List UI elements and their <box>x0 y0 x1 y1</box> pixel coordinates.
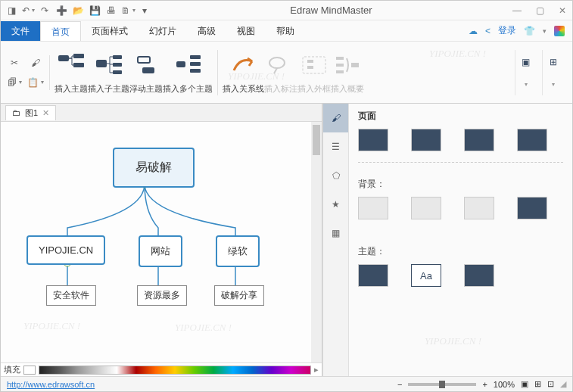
new-button[interactable]: ➕ <box>55 5 67 17</box>
copy-button[interactable]: 🗐 <box>7 75 22 90</box>
insert-multi-button[interactable]: 插入多个主题 <box>163 50 213 95</box>
floating-topic-label: 浮动主题 <box>129 83 163 95</box>
floating-topic-button[interactable]: 浮动主题 <box>129 50 163 95</box>
close-button[interactable]: ✕ <box>557 5 568 16</box>
panel-body: 页面 背景： 主题： Aa YIPOJIE.CN ! <box>349 104 572 376</box>
cut-button[interactable]: ✂ <box>7 55 22 70</box>
status-url[interactable]: http://www.edrawsoft.cn <box>7 380 95 389</box>
ribbon-tool-1[interactable]: ▣ <box>522 57 530 67</box>
cloud-icon[interactable]: ☁ <box>469 26 478 36</box>
redo-button[interactable]: ↷ <box>39 5 51 17</box>
canvas[interactable]: - - - - 易破解 YIPOJIE.CN 网站 绿软 安全软件 资源最多 破… <box>1 122 322 362</box>
scrollbar-vertical[interactable]: ▴ <box>311 122 322 362</box>
share-icon[interactable]: < <box>485 26 490 36</box>
theme-opt-2[interactable]: Aa <box>411 264 441 287</box>
svg-rect-20 <box>351 63 359 67</box>
mindmap-child-1[interactable]: YIPOJIE.CN <box>26 235 105 265</box>
document-tab-icon: 🗀 <box>12 108 20 117</box>
mindmap-leaf-3[interactable]: 破解分享 <box>214 285 264 306</box>
palette-more[interactable]: ▸ <box>314 365 319 375</box>
print-button[interactable]: 🖶 <box>105 5 117 17</box>
ribbon-end-tools: ▣▾ ⊞▾ <box>515 50 566 95</box>
file-menu[interactable]: 文件 <box>1 21 40 41</box>
bg-opt-4[interactable] <box>517 197 547 219</box>
svg-rect-4 <box>113 55 122 59</box>
document-tab-label: 图1 <box>25 107 38 119</box>
resize-grip-icon[interactable]: ◢ <box>560 379 566 389</box>
tab-page-style[interactable]: 页面样式 <box>81 21 139 41</box>
login-link[interactable]: 登录 <box>498 24 516 37</box>
insert-relation-button[interactable]: 插入关系线 <box>223 50 264 95</box>
mindmap-leaf-1[interactable]: 安全软件 <box>46 285 96 306</box>
svg-rect-16 <box>307 66 313 69</box>
mindmap-child-3[interactable]: 绿软 <box>216 235 260 267</box>
side-tool-shape[interactable]: ⬠ <box>323 161 348 190</box>
theme-grid: Aa <box>358 264 563 297</box>
separator <box>217 50 218 95</box>
zoom-out-button[interactable]: − <box>397 380 402 389</box>
layout-opt-2[interactable] <box>411 129 441 151</box>
document-tab[interactable]: 🗀 图1 ✕ <box>5 105 56 120</box>
format-painter-button[interactable]: 🖌 <box>28 55 43 70</box>
tab-help[interactable]: 帮助 <box>266 21 305 41</box>
paste-button[interactable]: 📋 <box>28 75 43 90</box>
view-mode-2[interactable]: ⊞ <box>534 379 541 389</box>
undo-button[interactable]: ↶ <box>22 5 34 17</box>
mindmap-leaf-2[interactable]: 资源最多 <box>137 285 187 306</box>
tab-view[interactable]: 视图 <box>226 21 266 41</box>
insert-summary-button[interactable]: 插入概要 <box>331 50 364 95</box>
zoom-level: 100% <box>494 380 515 389</box>
insert-multi-label: 插入多个主题 <box>163 83 213 95</box>
insert-topic-button[interactable]: 插入主题 <box>54 50 88 95</box>
open-button[interactable]: 📂 <box>72 5 84 17</box>
zoom-in-button[interactable]: + <box>482 380 487 389</box>
view-mode-3[interactable]: ⊡ <box>547 379 554 389</box>
tab-home[interactable]: 首页 <box>40 21 81 41</box>
svg-rect-1 <box>73 54 84 58</box>
mindmap-child-2[interactable]: 网站 <box>139 235 182 267</box>
zoom-slider[interactable] <box>408 383 476 386</box>
tshirt-icon[interactable]: 👕 <box>524 26 535 36</box>
tab-slide[interactable]: 幻灯片 <box>139 21 187 41</box>
fill-row: 填充 ▸ <box>1 362 322 376</box>
maximize-button[interactable]: ▢ <box>534 5 545 16</box>
qat-customize-icon[interactable]: ▾ <box>139 5 151 17</box>
side-tool-star[interactable]: ★ <box>323 190 348 219</box>
svg-rect-5 <box>113 63 122 67</box>
tab-advanced[interactable]: 高级 <box>187 21 226 41</box>
ribbon-tool-2[interactable]: ⊞ <box>550 57 557 67</box>
svg-point-13 <box>269 58 285 68</box>
dropdown-icon[interactable]: ▾ <box>543 27 547 35</box>
insert-label-button[interactable]: 插入标注 <box>264 50 297 95</box>
insert-subtopic-button[interactable]: 插入子主题 <box>88 50 129 95</box>
bg-opt-3[interactable] <box>464 197 494 219</box>
layout-opt-4[interactable] <box>517 129 547 151</box>
layout-opt-1[interactable] <box>358 129 388 151</box>
insert-boundary-button[interactable]: 插入外框 <box>297 50 331 95</box>
save-button[interactable]: 💾 <box>89 5 101 17</box>
layout-opt-3[interactable] <box>464 129 494 151</box>
side-tool-calendar[interactable]: ▦ <box>323 219 348 247</box>
svg-rect-10 <box>190 55 201 59</box>
document-tab-close[interactable]: ✕ <box>42 108 49 118</box>
side-tool-list[interactable]: ☰ <box>323 132 348 161</box>
qat-logo-icon[interactable]: ◨ <box>5 5 17 17</box>
view-mode-1[interactable]: ▣ <box>521 379 528 389</box>
insert-subtopic-label: 插入子主题 <box>88 83 129 95</box>
color-palette[interactable] <box>39 366 311 375</box>
bg-label: 背景： <box>358 178 563 191</box>
export-button[interactable]: 🗎 <box>122 5 134 17</box>
bg-opt-2[interactable] <box>411 197 441 219</box>
theme-opt-3[interactable] <box>464 264 494 287</box>
side-tool-brush[interactable]: 🖌 <box>323 104 348 132</box>
fill-swatch[interactable] <box>23 366 36 375</box>
theme-opt-1[interactable] <box>358 264 388 287</box>
insert-boundary-label: 插入外框 <box>297 83 331 95</box>
svg-rect-15 <box>307 60 313 63</box>
quick-access-toolbar: ◨ ↶ ↷ ➕ 📂 💾 🖶 🗎 ▾ <box>5 5 151 17</box>
minimize-button[interactable]: — <box>512 5 522 16</box>
bg-opt-1[interactable] <box>358 197 388 219</box>
watermark: YIPOJIE.CN ! <box>429 48 486 60</box>
logo-icon <box>554 26 565 36</box>
mindmap-root[interactable]: 易破解 <box>113 148 195 188</box>
